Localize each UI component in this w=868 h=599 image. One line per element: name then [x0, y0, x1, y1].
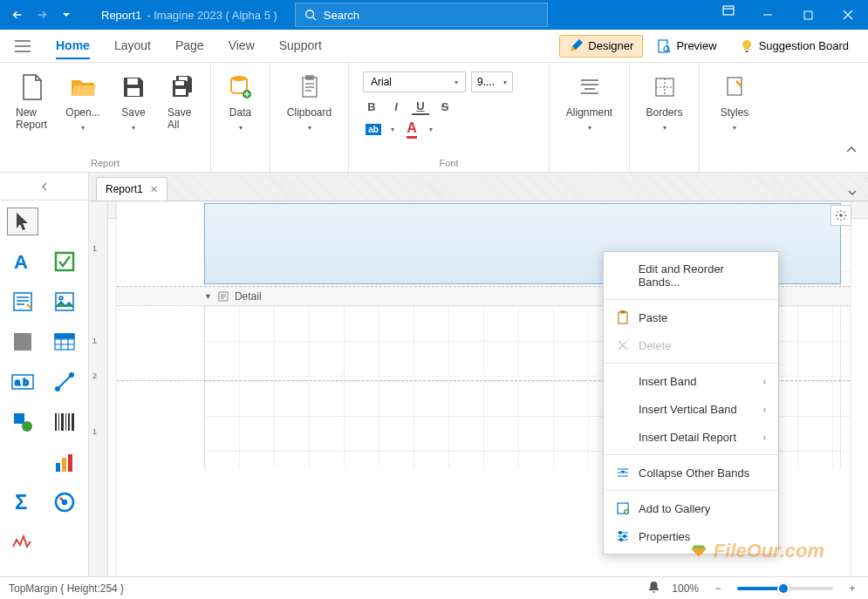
maximize-button[interactable]: [788, 0, 828, 30]
clipboard-button[interactable]: Clipboard ▾: [282, 68, 337, 137]
svg-point-21: [59, 296, 63, 300]
sigma-tool[interactable]: Σ: [7, 488, 38, 516]
document-title: Report1: [101, 9, 141, 22]
shape-tool[interactable]: [7, 408, 38, 436]
menu-edit-reorder-bands[interactable]: Edit and Reorder Bands...: [604, 255, 778, 296]
zoom-percent[interactable]: 100%: [672, 582, 699, 595]
bold-button[interactable]: B: [363, 98, 380, 115]
save-all-icon: [170, 73, 198, 101]
line-tool[interactable]: [49, 368, 80, 396]
expand-triangle-icon[interactable]: ▼: [204, 292, 212, 301]
paste-icon: [616, 310, 630, 324]
chevron-down-icon: ▾: [239, 124, 243, 132]
minimize-button[interactable]: [748, 0, 788, 30]
suggestion-board-button[interactable]: Suggestion Board: [731, 36, 858, 57]
svg-rect-45: [619, 312, 627, 323]
doc-tab-report1[interactable]: Report1 ✕: [96, 177, 167, 201]
ribbon-display-button[interactable]: [718, 0, 739, 21]
tab-layout[interactable]: Layout: [114, 33, 151, 59]
styles-button[interactable]: Styles ▾: [713, 68, 756, 137]
close-button[interactable]: [828, 0, 868, 30]
panel-expand-button[interactable]: [837, 185, 868, 201]
italic-button[interactable]: I: [387, 98, 405, 115]
chevron-down-icon[interactable]: ▾: [391, 126, 394, 133]
svg-point-50: [624, 535, 626, 538]
menu-insert-vertical-band[interactable]: Insert Vertical Band ›: [604, 395, 778, 423]
tab-view[interactable]: View: [229, 33, 255, 59]
designer-mode-button[interactable]: Designer: [559, 35, 643, 58]
report-group-label: Report: [10, 156, 200, 170]
quick-access-dropdown[interactable]: [56, 4, 77, 25]
svg-rect-31: [55, 413, 57, 431]
vertical-ruler: 1 1 2 1: [89, 201, 108, 576]
svg-rect-14: [306, 76, 313, 79]
highlight-color-button[interactable]: ab: [363, 120, 384, 138]
svg-rect-24: [55, 334, 74, 338]
band-settings-button[interactable]: [830, 205, 851, 226]
new-report-button[interactable]: New Report: [10, 68, 54, 136]
ribbon-collapse-button[interactable]: [845, 142, 858, 158]
svg-rect-29: [14, 413, 24, 424]
save-button[interactable]: Save ▾: [112, 68, 155, 137]
search-box[interactable]: Search: [295, 3, 548, 27]
close-tab-icon[interactable]: ✕: [150, 184, 158, 195]
barcode-tool[interactable]: [49, 408, 80, 436]
font-size-select[interactable]: 9....▾: [471, 71, 513, 92]
menu-insert-detail-report[interactable]: Insert Detail Report ›: [604, 423, 778, 451]
toolbox-panel: A a b Σ: [0, 173, 89, 576]
chevron-down-icon[interactable]: ▾: [429, 126, 433, 133]
borders-button[interactable]: Borders ▾: [640, 68, 687, 137]
svg-rect-5: [745, 51, 748, 52]
zoom-slider[interactable]: [737, 587, 833, 590]
font-color-button[interactable]: A: [401, 120, 422, 138]
checkbox-tool[interactable]: [49, 248, 80, 276]
menu-collapse-other-bands[interactable]: Collapse Other Bands: [604, 459, 778, 487]
tab-home[interactable]: Home: [56, 33, 90, 59]
character-comb-tool[interactable]: a b: [7, 368, 38, 396]
data-button[interactable]: Data ▾: [219, 68, 263, 137]
underline-button[interactable]: U: [412, 98, 429, 115]
sparkline-tool[interactable]: [7, 528, 38, 556]
delete-icon: [616, 338, 630, 352]
zoom-in-button[interactable]: +: [845, 582, 859, 596]
richtext-tool[interactable]: [7, 288, 38, 316]
open-button[interactable]: Open... ▾: [61, 68, 105, 137]
save-all-button[interactable]: Save All: [162, 68, 206, 136]
svg-rect-18: [56, 253, 73, 270]
svg-point-49: [619, 532, 622, 534]
svg-point-0: [306, 10, 314, 18]
chevron-right-icon: ›: [763, 405, 766, 414]
svg-rect-46: [621, 310, 625, 313]
menu-insert-band[interactable]: Insert Band ›: [604, 367, 778, 395]
toolbox-collapse-button[interactable]: [0, 173, 88, 201]
chart-tool[interactable]: [49, 448, 80, 476]
notification-icon[interactable]: [648, 581, 660, 596]
alignment-icon: [576, 73, 604, 101]
menu-add-to-gallery[interactable]: Add to Gallery: [604, 494, 778, 522]
back-button[interactable]: [7, 4, 28, 25]
svg-rect-9: [175, 81, 184, 85]
chevron-down-icon: ▾: [503, 78, 507, 86]
detail-band-icon: [217, 290, 229, 303]
chevron-down-icon: ▾: [588, 124, 591, 132]
font-name-select[interactable]: Arial▾: [363, 71, 466, 92]
alignment-button[interactable]: Alignment ▾: [561, 68, 618, 137]
table-tool[interactable]: [49, 328, 80, 356]
menu-paste[interactable]: Paste: [604, 303, 778, 331]
chevron-down-icon: ▾: [663, 124, 666, 132]
strikethrough-button[interactable]: S: [436, 98, 454, 115]
app-menu-button[interactable]: [10, 34, 35, 58]
tab-support[interactable]: Support: [279, 33, 322, 59]
gauge-tool[interactable]: [49, 488, 80, 516]
panel-tool[interactable]: [7, 328, 38, 356]
preview-mode-button[interactable]: Preview: [648, 36, 725, 57]
label-tool[interactable]: A: [7, 248, 38, 276]
tab-page[interactable]: Page: [175, 33, 204, 59]
zoom-out-button[interactable]: −: [711, 582, 725, 596]
pointer-tool[interactable]: [7, 208, 38, 235]
svg-rect-16: [728, 78, 742, 95]
picture-tool[interactable]: [49, 288, 80, 316]
menu-properties[interactable]: Properties: [604, 522, 778, 550]
forward-button[interactable]: [31, 4, 52, 25]
new-report-icon: [18, 73, 46, 101]
